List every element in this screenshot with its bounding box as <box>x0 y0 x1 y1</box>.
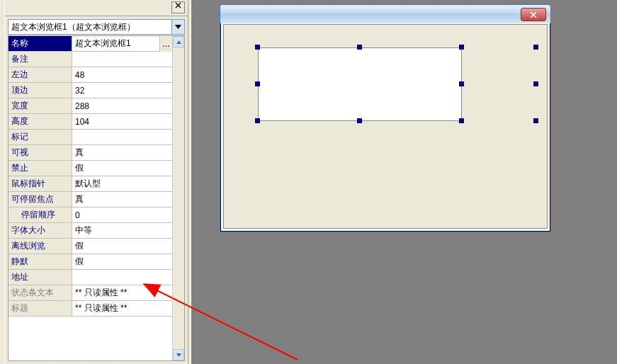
resize-handle[interactable] <box>255 81 260 86</box>
dropdown-icon[interactable] <box>171 20 184 34</box>
form-body[interactable] <box>223 24 548 229</box>
property-row[interactable]: 顶边32 <box>9 83 173 98</box>
resize-handle[interactable] <box>357 45 362 50</box>
property-value[interactable]: 默认型 <box>72 176 173 191</box>
property-row[interactable]: 高度104 <box>9 114 173 130</box>
resize-handle[interactable] <box>459 81 464 86</box>
resize-handle[interactable] <box>533 81 538 86</box>
scroll-down-icon[interactable] <box>173 349 184 360</box>
property-name: 名称 <box>9 36 72 51</box>
property-name: 标记 <box>9 130 72 144</box>
property-name: 高度 <box>9 114 72 129</box>
property-row[interactable]: 地址 <box>9 270 173 285</box>
object-selector-combo[interactable]: 超文本浏览框1（超文本浏览框） <box>8 19 185 35</box>
property-row[interactable]: 宽度288 <box>9 98 173 114</box>
property-value[interactable]: 真 <box>72 145 173 160</box>
property-row[interactable]: 字体大小中等 <box>9 223 173 239</box>
property-row[interactable]: 禁止假 <box>9 161 173 176</box>
design-canvas <box>198 0 617 364</box>
property-name: 备注 <box>9 52 72 67</box>
property-row[interactable]: 可视真 <box>9 145 173 161</box>
property-name: 可视 <box>9 145 72 160</box>
property-row[interactable]: 状态条文本** 只读属性 ** <box>9 285 173 301</box>
resize-handle[interactable] <box>255 118 260 123</box>
property-name: 顶边 <box>9 83 72 98</box>
property-value[interactable]: 中等 <box>72 223 173 238</box>
property-value[interactable]: 32 <box>72 83 173 98</box>
property-row[interactable]: 标题** 只读属性 ** <box>9 301 173 317</box>
property-value[interactable]: 超文本浏览框1... <box>72 36 173 51</box>
property-value[interactable]: 真 <box>72 192 173 207</box>
hypertext-browser-control[interactable] <box>258 47 462 121</box>
property-value[interactable]: 假 <box>72 254 173 269</box>
scroll-up-icon[interactable] <box>173 36 184 47</box>
ellipsis-button[interactable]: ... <box>159 36 173 52</box>
scroll-track[interactable] <box>173 47 184 349</box>
property-row[interactable]: 备注 <box>9 52 173 67</box>
property-value[interactable] <box>72 52 173 67</box>
window-close-button[interactable] <box>521 8 546 21</box>
property-row[interactable]: 停留顺序0 <box>9 207 173 223</box>
property-row[interactable]: 离线浏览假 <box>9 239 173 254</box>
resize-handle[interactable] <box>357 118 362 123</box>
property-name: 离线浏览 <box>9 239 72 254</box>
property-row[interactable]: 标记 <box>9 130 173 145</box>
resize-handle[interactable] <box>255 45 260 50</box>
property-row[interactable]: 鼠标指针默认型 <box>9 176 173 192</box>
property-name: 停留顺序 <box>9 207 72 222</box>
resize-handle[interactable] <box>533 45 538 50</box>
property-name: 字体大小 <box>9 223 72 238</box>
form-window[interactable] <box>220 4 551 232</box>
property-value[interactable]: 0 <box>72 207 173 222</box>
scrollbar[interactable] <box>172 36 184 360</box>
property-name: 地址 <box>9 270 72 285</box>
resize-handle[interactable] <box>459 45 464 50</box>
property-name: 左边 <box>9 67 72 82</box>
property-value[interactable]: 48 <box>72 67 173 82</box>
property-name: 鼠标指针 <box>9 176 72 191</box>
property-value[interactable] <box>72 270 173 285</box>
property-name: 禁止 <box>9 161 72 176</box>
panel-titlebar <box>5 0 188 16</box>
property-grid: 名称超文本浏览框1...备注左边48顶边32宽度288高度104标记可视真禁止假… <box>8 35 185 361</box>
property-panel: 超文本浏览框1（超文本浏览框） 名称超文本浏览框1...备注左边48顶边32宽度… <box>0 0 191 364</box>
property-name: 标题 <box>9 301 72 316</box>
property-value[interactable] <box>72 130 173 144</box>
property-value[interactable]: 288 <box>72 98 173 113</box>
property-name: 状态条文本 <box>9 285 72 300</box>
property-row[interactable]: 名称超文本浏览框1... <box>9 36 173 52</box>
property-value[interactable]: ** 只读属性 ** <box>72 285 173 300</box>
property-value[interactable]: 104 <box>72 114 173 129</box>
property-row[interactable]: 静默假 <box>9 254 173 270</box>
property-value[interactable]: 假 <box>72 239 173 254</box>
property-name: 静默 <box>9 254 72 269</box>
panel-close-button[interactable] <box>171 1 185 13</box>
property-name: 可停留焦点 <box>9 192 72 207</box>
form-titlebar[interactable] <box>220 5 550 23</box>
property-value[interactable]: 假 <box>72 161 173 176</box>
resize-handle[interactable] <box>459 118 464 123</box>
object-selector-text: 超文本浏览框1（超文本浏览框） <box>9 21 171 33</box>
property-name: 宽度 <box>9 98 72 113</box>
property-row[interactable]: 可停留焦点真 <box>9 192 173 207</box>
resize-handle[interactable] <box>533 118 538 123</box>
property-value[interactable]: ** 只读属性 ** <box>72 301 173 316</box>
property-row[interactable]: 左边48 <box>9 67 173 83</box>
